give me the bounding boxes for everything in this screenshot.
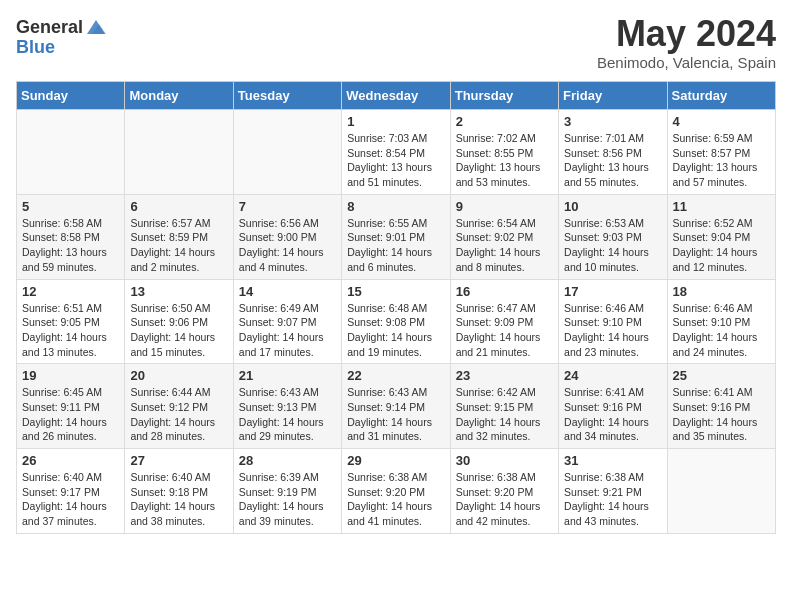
calendar-cell: 30Sunrise: 6:38 AM Sunset: 9:20 PM Dayli…: [450, 449, 558, 534]
day-info: Sunrise: 6:51 AM Sunset: 9:05 PM Dayligh…: [22, 301, 119, 360]
calendar-cell: 31Sunrise: 6:38 AM Sunset: 9:21 PM Dayli…: [559, 449, 667, 534]
calendar-cell: [667, 449, 775, 534]
day-number: 24: [564, 368, 661, 383]
calendar-cell: 23Sunrise: 6:42 AM Sunset: 9:15 PM Dayli…: [450, 364, 558, 449]
calendar-cell: 10Sunrise: 6:53 AM Sunset: 9:03 PM Dayli…: [559, 194, 667, 279]
day-number: 5: [22, 199, 119, 214]
day-number: 27: [130, 453, 227, 468]
day-info: Sunrise: 6:42 AM Sunset: 9:15 PM Dayligh…: [456, 385, 553, 444]
calendar-cell: 14Sunrise: 6:49 AM Sunset: 9:07 PM Dayli…: [233, 279, 341, 364]
day-info: Sunrise: 6:38 AM Sunset: 9:20 PM Dayligh…: [347, 470, 444, 529]
day-info: Sunrise: 6:45 AM Sunset: 9:11 PM Dayligh…: [22, 385, 119, 444]
day-info: Sunrise: 6:50 AM Sunset: 9:06 PM Dayligh…: [130, 301, 227, 360]
day-number: 22: [347, 368, 444, 383]
calendar-week-row: 5Sunrise: 6:58 AM Sunset: 8:58 PM Daylig…: [17, 194, 776, 279]
calendar-cell: 15Sunrise: 6:48 AM Sunset: 9:08 PM Dayli…: [342, 279, 450, 364]
calendar-cell: 1Sunrise: 7:03 AM Sunset: 8:54 PM Daylig…: [342, 110, 450, 195]
weekday-header: Sunday: [17, 82, 125, 110]
calendar-cell: 26Sunrise: 6:40 AM Sunset: 9:17 PM Dayli…: [17, 449, 125, 534]
day-info: Sunrise: 6:54 AM Sunset: 9:02 PM Dayligh…: [456, 216, 553, 275]
calendar-cell: [233, 110, 341, 195]
day-number: 13: [130, 284, 227, 299]
day-info: Sunrise: 6:48 AM Sunset: 9:08 PM Dayligh…: [347, 301, 444, 360]
weekday-header: Monday: [125, 82, 233, 110]
day-info: Sunrise: 7:01 AM Sunset: 8:56 PM Dayligh…: [564, 131, 661, 190]
day-info: Sunrise: 6:46 AM Sunset: 9:10 PM Dayligh…: [564, 301, 661, 360]
day-number: 28: [239, 453, 336, 468]
weekday-header: Thursday: [450, 82, 558, 110]
calendar-cell: 4Sunrise: 6:59 AM Sunset: 8:57 PM Daylig…: [667, 110, 775, 195]
day-number: 25: [673, 368, 770, 383]
weekday-header: Saturday: [667, 82, 775, 110]
calendar-cell: 2Sunrise: 7:02 AM Sunset: 8:55 PM Daylig…: [450, 110, 558, 195]
day-number: 9: [456, 199, 553, 214]
calendar-cell: 29Sunrise: 6:38 AM Sunset: 9:20 PM Dayli…: [342, 449, 450, 534]
calendar-cell: 25Sunrise: 6:41 AM Sunset: 9:16 PM Dayli…: [667, 364, 775, 449]
calendar-cell: 20Sunrise: 6:44 AM Sunset: 9:12 PM Dayli…: [125, 364, 233, 449]
calendar-week-row: 12Sunrise: 6:51 AM Sunset: 9:05 PM Dayli…: [17, 279, 776, 364]
calendar-cell: 19Sunrise: 6:45 AM Sunset: 9:11 PM Dayli…: [17, 364, 125, 449]
day-info: Sunrise: 6:55 AM Sunset: 9:01 PM Dayligh…: [347, 216, 444, 275]
calendar-week-row: 19Sunrise: 6:45 AM Sunset: 9:11 PM Dayli…: [17, 364, 776, 449]
weekday-header: Friday: [559, 82, 667, 110]
weekday-header-row: SundayMondayTuesdayWednesdayThursdayFrid…: [17, 82, 776, 110]
day-number: 26: [22, 453, 119, 468]
calendar-cell: 5Sunrise: 6:58 AM Sunset: 8:58 PM Daylig…: [17, 194, 125, 279]
weekday-header: Wednesday: [342, 82, 450, 110]
logo-icon: [85, 16, 107, 38]
calendar-cell: 13Sunrise: 6:50 AM Sunset: 9:06 PM Dayli…: [125, 279, 233, 364]
day-number: 2: [456, 114, 553, 129]
day-info: Sunrise: 6:52 AM Sunset: 9:04 PM Dayligh…: [673, 216, 770, 275]
day-info: Sunrise: 6:53 AM Sunset: 9:03 PM Dayligh…: [564, 216, 661, 275]
weekday-header: Tuesday: [233, 82, 341, 110]
calendar-cell: 11Sunrise: 6:52 AM Sunset: 9:04 PM Dayli…: [667, 194, 775, 279]
calendar-cell: 18Sunrise: 6:46 AM Sunset: 9:10 PM Dayli…: [667, 279, 775, 364]
calendar-cell: 7Sunrise: 6:56 AM Sunset: 9:00 PM Daylig…: [233, 194, 341, 279]
day-number: 16: [456, 284, 553, 299]
day-info: Sunrise: 6:49 AM Sunset: 9:07 PM Dayligh…: [239, 301, 336, 360]
calendar-cell: 12Sunrise: 6:51 AM Sunset: 9:05 PM Dayli…: [17, 279, 125, 364]
day-number: 3: [564, 114, 661, 129]
day-number: 8: [347, 199, 444, 214]
location-subtitle: Benimodo, Valencia, Spain: [597, 54, 776, 71]
day-info: Sunrise: 6:44 AM Sunset: 9:12 PM Dayligh…: [130, 385, 227, 444]
day-number: 6: [130, 199, 227, 214]
day-number: 21: [239, 368, 336, 383]
day-info: Sunrise: 6:57 AM Sunset: 8:59 PM Dayligh…: [130, 216, 227, 275]
logo-general: General: [16, 18, 83, 36]
day-number: 1: [347, 114, 444, 129]
day-info: Sunrise: 6:41 AM Sunset: 9:16 PM Dayligh…: [673, 385, 770, 444]
day-info: Sunrise: 6:58 AM Sunset: 8:58 PM Dayligh…: [22, 216, 119, 275]
day-number: 11: [673, 199, 770, 214]
day-number: 17: [564, 284, 661, 299]
month-title: May 2024: [597, 16, 776, 52]
day-number: 14: [239, 284, 336, 299]
calendar-cell: 27Sunrise: 6:40 AM Sunset: 9:18 PM Dayli…: [125, 449, 233, 534]
day-number: 20: [130, 368, 227, 383]
logo: General Blue: [16, 16, 107, 57]
calendar-cell: 8Sunrise: 6:55 AM Sunset: 9:01 PM Daylig…: [342, 194, 450, 279]
calendar-week-row: 26Sunrise: 6:40 AM Sunset: 9:17 PM Dayli…: [17, 449, 776, 534]
day-info: Sunrise: 6:40 AM Sunset: 9:17 PM Dayligh…: [22, 470, 119, 529]
day-info: Sunrise: 6:46 AM Sunset: 9:10 PM Dayligh…: [673, 301, 770, 360]
calendar-cell: 22Sunrise: 6:43 AM Sunset: 9:14 PM Dayli…: [342, 364, 450, 449]
day-info: Sunrise: 6:41 AM Sunset: 9:16 PM Dayligh…: [564, 385, 661, 444]
day-info: Sunrise: 6:39 AM Sunset: 9:19 PM Dayligh…: [239, 470, 336, 529]
calendar-cell: [17, 110, 125, 195]
day-number: 18: [673, 284, 770, 299]
calendar-cell: 28Sunrise: 6:39 AM Sunset: 9:19 PM Dayli…: [233, 449, 341, 534]
calendar-cell: 6Sunrise: 6:57 AM Sunset: 8:59 PM Daylig…: [125, 194, 233, 279]
day-info: Sunrise: 7:03 AM Sunset: 8:54 PM Dayligh…: [347, 131, 444, 190]
day-number: 31: [564, 453, 661, 468]
day-info: Sunrise: 6:47 AM Sunset: 9:09 PM Dayligh…: [456, 301, 553, 360]
day-number: 7: [239, 199, 336, 214]
day-info: Sunrise: 6:56 AM Sunset: 9:00 PM Dayligh…: [239, 216, 336, 275]
day-number: 23: [456, 368, 553, 383]
day-number: 4: [673, 114, 770, 129]
calendar-cell: [125, 110, 233, 195]
calendar-cell: 24Sunrise: 6:41 AM Sunset: 9:16 PM Dayli…: [559, 364, 667, 449]
title-block: May 2024 Benimodo, Valencia, Spain: [597, 16, 776, 71]
day-number: 15: [347, 284, 444, 299]
day-info: Sunrise: 6:43 AM Sunset: 9:14 PM Dayligh…: [347, 385, 444, 444]
day-number: 12: [22, 284, 119, 299]
